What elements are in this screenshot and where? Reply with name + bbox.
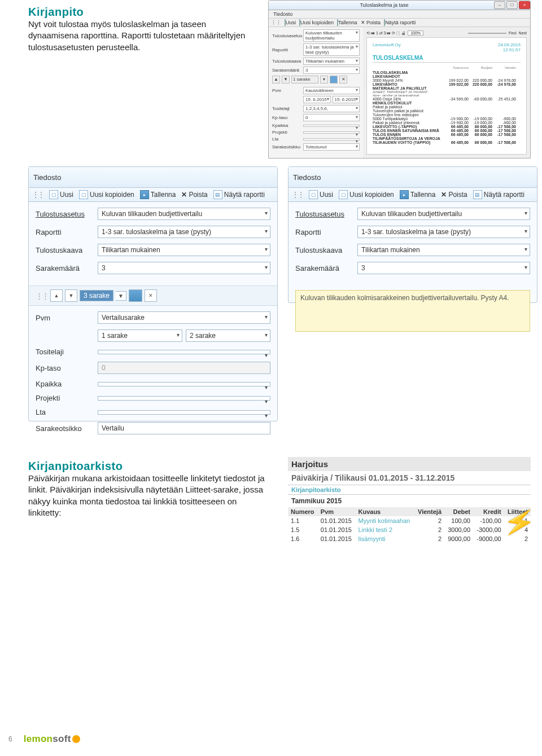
close-icon: × [519, 1, 530, 9]
fld-sarakemaara[interactable]: 3 [303, 67, 360, 74]
report-preview: ⟲ ⏮ 1 of 3 ⏭ ⟳ ⬚ 🖨 100% Find Next Lemons… [363, 27, 530, 158]
input-tulostuskaava[interactable]: Tilikartan mukainen▾ [98, 244, 270, 256]
table-row[interactable]: 1.101.01.2015Myynti kotimaahan2100,00-10… [288, 516, 531, 525]
column-selector: 3 sarake [80, 290, 113, 301]
harjoitus-screenshot: Harjoitus Päiväkirja / Tilikausi 01.01.2… [288, 457, 531, 564]
fld-raportti[interactable]: 1-3 sar. tuloslaskelma ja tase (pysty) [303, 43, 360, 56]
input-projekti[interactable]: ▾ [98, 396, 270, 401]
input-sarakeotsikko[interactable]: Vertailu [98, 422, 270, 434]
intro-block: Kirjanpito Nyt voit tulostaa myös tulosl… [28, 6, 257, 53]
toolbar-tallenna[interactable]: Tallenna [400, 190, 436, 199]
toolbar-uusi[interactable]: ▢Uusi [49, 190, 73, 199]
input-lta[interactable]: ▾ [98, 410, 270, 415]
window-controls[interactable]: –□× [493, 1, 530, 9]
input-pvm[interactable]: Vertailusarake▾ [98, 311, 270, 324]
table-row[interactable]: 1.601.01.2015lisämyynti29000,00-9000,002 [288, 534, 531, 543]
highlight-bolt-icon: ⚡ [501, 504, 538, 539]
arkisto-paragraph: Päiväkirjan mukana arkistoidaan tosittee… [28, 473, 271, 518]
lemonsoft-logo: lemonsoft [24, 733, 80, 745]
input-raportti[interactable]: 1-3 sar. tuloslaskelma ja tase (pysty)▾ [98, 226, 270, 238]
spin-down-icon: ▼ [65, 289, 77, 302]
toolbar-nayta-raportti[interactable]: ▤Näytä raportti [473, 190, 524, 199]
toolbar-poista[interactable]: ✕Poista [441, 191, 467, 199]
fld-tulostuskaava[interactable]: Tilikartan mukainen [303, 58, 360, 65]
toolbar-uusi-kopioiden[interactable]: ▢Uusi kopioiden [339, 190, 394, 199]
section-heading-arkisto: Kirjanpitoarkisto [28, 460, 271, 473]
menu-tiedosto[interactable]: Tiedosto [33, 173, 61, 182]
toolbar-nayta-raportti[interactable]: Näytä raportti [384, 20, 416, 25]
harjoitus-arkisto-label: Kirjanpitoarkisto [288, 485, 531, 495]
spin-up-icon: ▲ [50, 289, 63, 302]
fld-pvm[interactable]: Kausivälineen [303, 87, 360, 94]
toolbar-uusi[interactable]: ▢Uusi [309, 190, 333, 199]
table-row[interactable]: 1.501.01.2015Linkki testi 223000,00-3000… [288, 525, 531, 534]
settings-panel-left: Tiedosto ⋮⋮ ▢Uusi ▢Uusi kopioiden Tallen… [28, 166, 278, 421]
description-note[interactable]: Kuluvan tilikauden kolmisarakkeinen budj… [295, 290, 530, 332]
harjoitus-subtitle: Päiväkirja / Tilikausi 01.01.2015 - 31.1… [288, 471, 531, 485]
toolbar-nayta-raportti[interactable]: ▤Näytä raportti [213, 190, 265, 199]
toolbar-tallenna[interactable]: Tallenna [140, 190, 176, 199]
arkisto-block: Kirjanpitoarkisto Päiväkirjan mukana ark… [28, 460, 271, 518]
harjoitus-title: Harjoitus [288, 457, 531, 471]
page-footer: 6 lemonsoft [8, 733, 80, 745]
harjoitus-table: NumeroPvmKuvausVientejäDebetKreditLiitte… [288, 507, 531, 543]
settings-panel-right: Tiedosto ⋮⋮ ▢Uusi ▢Uusi kopioiden Tallen… [288, 166, 537, 303]
page-number: 6 [8, 735, 12, 743]
input-tulostuskaava[interactable]: Tilikartan mukainen▾ [357, 244, 530, 256]
toolbar-uusi-kopioiden[interactable]: ▢Uusi kopioiden [79, 190, 134, 199]
menu-tiedosto[interactable]: Tiedosto [293, 173, 321, 182]
toolbar-poista[interactable]: ✕Poista [181, 191, 207, 199]
report-window-screenshot: Tuloslaskelma ja tase –□× Tiedosto ⋮⋮ Uu… [268, 0, 531, 159]
harjoitus-month: Tammikuu 2015 [288, 495, 531, 507]
toolbar-uusi-kopioiden[interactable]: Uusi kopioiden [299, 20, 334, 25]
input-kpaikka[interactable]: ▾ [98, 382, 270, 386]
fld-tulostusasetus[interactable]: Kuluvan tilikauden budjettivertailu [303, 29, 360, 42]
column-spinner-bar[interactable]: ⋮⋮ ▲ ▼ 3 sarake▼ ✕ [29, 285, 277, 306]
menu-tiedosto[interactable]: Tiedosto [273, 11, 292, 17]
intro-paragraph: Nyt voit tulostaa myös tuloslaskelman ja… [28, 19, 257, 53]
input-tositelaji[interactable]: ▾ [98, 350, 270, 354]
maximize-icon: □ [506, 1, 518, 9]
window-title: Tuloslaskelma ja tase [276, 2, 493, 8]
window-title-bar[interactable]: Tuloslaskelma ja tase –□× [269, 1, 530, 10]
input-sar1[interactable]: 1 sarake▾ [98, 329, 182, 342]
report-title: TULOSLASKELMA [373, 55, 521, 63]
toolbar-tallenna[interactable]: Tallenna [337, 20, 357, 25]
section-heading-kirjanpito: Kirjanpito [28, 6, 257, 19]
toolbar-poista[interactable]: ✕ Poista [361, 20, 381, 25]
input-sar2[interactable]: 2 sarake▾ [186, 329, 270, 342]
input-raportti[interactable]: 1-3 sar. tuloslaskelma ja tase (pysty)▾ [357, 226, 530, 238]
mini-toolbar[interactable]: ▲▼ 1 sarake ▾✕ [272, 76, 360, 83]
input-tulostusasetus[interactable]: Kuluvan tilikauden budjettivertailu▾ [357, 208, 530, 220]
delete-icon: ✕ [145, 289, 157, 302]
report-params-panel: TulostusasetusKuluvan tilikauden budjett… [269, 27, 363, 158]
minimize-icon: – [494, 1, 505, 9]
input-tulostusasetus[interactable]: Kuluvan tilikauden budjettivertailu▾ [98, 208, 270, 220]
input-sarakemaara[interactable]: 3▾ [98, 262, 270, 274]
toolbar-uusi[interactable]: Uusi [285, 20, 296, 25]
save-icon [129, 289, 142, 302]
input-kptaso: 0 [98, 362, 270, 374]
input-sarakemaara[interactable]: 3▾ [357, 262, 530, 274]
